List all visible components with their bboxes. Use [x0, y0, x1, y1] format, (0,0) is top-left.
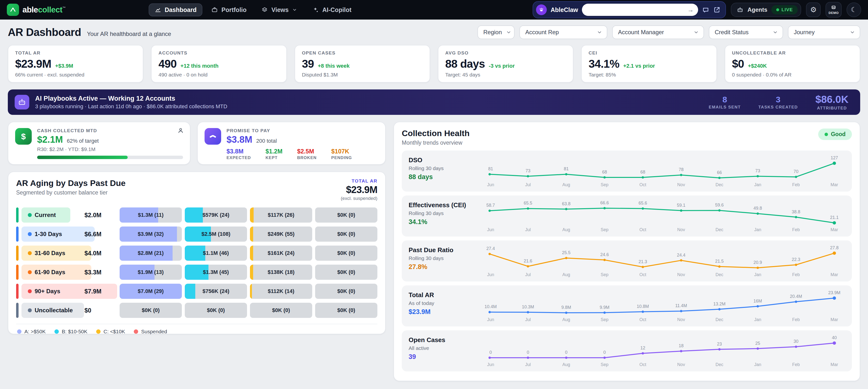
svg-text:Nov: Nov — [677, 317, 685, 322]
aging-segment[interactable]: $3.9M (32) — [120, 226, 182, 242]
aging-segment[interactable]: $138K (18) — [250, 265, 312, 280]
svg-text:Nov: Nov — [677, 182, 685, 187]
svg-text:70: 70 — [794, 169, 799, 174]
aging-segment[interactable]: $249K (55) — [250, 226, 312, 242]
kpi-card-open-cases[interactable]: OPEN CASES 39 +8 this week Disputed $1.3… — [294, 45, 430, 83]
aging-segment[interactable]: $0K (0) — [250, 303, 312, 318]
aging-segment[interactable]: $0K (0) — [120, 303, 182, 318]
external-link-icon[interactable] — [713, 6, 720, 13]
nav-dashboard[interactable]: Dashboard — [149, 3, 203, 17]
aging-segment[interactable]: $112K (14) — [250, 284, 312, 299]
ableclaw-label: AbleClaw — [551, 6, 578, 13]
svg-text:13.2M: 13.2M — [713, 302, 725, 306]
health-chart-total-ar: Total AR As of today $23.9M 10.4MJun10.3… — [402, 285, 852, 327]
aging-segment[interactable]: $0K (0) — [315, 265, 377, 280]
filter-account-rep[interactable]: Account Rep — [520, 25, 607, 39]
aging-segment[interactable]: $1.1M (46) — [185, 246, 247, 261]
stat-value: 3 — [758, 95, 798, 104]
sparkline-svg: 27.4Jun21.6Jul25.5Aug24.6Sep21.3Oct24.4N… — [483, 244, 846, 278]
filter-region[interactable]: Region — [477, 25, 515, 39]
aging-segment[interactable]: $756K (24) — [185, 284, 247, 299]
legend-dot — [134, 329, 138, 334]
nav-label: Portfolio — [221, 6, 247, 13]
nav-views[interactable]: Views — [255, 3, 303, 17]
bucket-total: $6.6M — [85, 231, 101, 238]
aging-segment[interactable]: $2.5M (108) — [185, 226, 247, 242]
chart-info: Past Due Ratio Rolling 30 days 27.8% — [409, 244, 483, 278]
svg-text:81: 81 — [564, 166, 569, 171]
ai-playbooks-banner[interactable]: AI Playbooks Active — Working 12 Account… — [8, 89, 860, 115]
filter-label: Account Manager — [618, 29, 664, 36]
svg-text:Nov: Nov — [677, 272, 685, 277]
aging-segment[interactable]: $579K (24) — [185, 207, 247, 223]
aging-segment[interactable]: $161K (24) — [250, 246, 312, 261]
filter-journey[interactable]: Journey — [788, 25, 860, 39]
bucket-total: $3.3M — [85, 269, 101, 276]
aging-segment[interactable]: $1.9M (13) — [120, 265, 182, 280]
chart-info: DSO Rolling 30 days 88 days — [409, 154, 483, 188]
svg-text:21.5: 21.5 — [715, 259, 724, 263]
dark-mode-toggle[interactable]: ☾ — [846, 2, 861, 17]
aging-segment[interactable]: $0K (0) — [315, 284, 377, 299]
chat-icon[interactable] — [702, 6, 709, 13]
svg-text:66: 66 — [717, 170, 722, 175]
kpi-card-avg-dso[interactable]: AVG DSO 88 days -3 vs prior Target: 45 d… — [438, 45, 574, 83]
kpi-subtext: Disputed $1.3M — [302, 72, 423, 78]
svg-text:Jul: Jul — [525, 362, 531, 367]
aging-segment[interactable]: $117K (26) — [250, 207, 312, 223]
row-segments: $1.3M (11) $579K (24) $117K (26) $0K (0) — [120, 207, 377, 223]
chevron-down-icon — [772, 29, 778, 35]
tier-dot — [28, 289, 32, 293]
kpi-subtext: 0 suspended · 0.0% of AR — [732, 72, 853, 78]
filter-account-manager[interactable]: Account Manager — [612, 25, 704, 39]
demo-label: DEMO — [829, 11, 839, 15]
aging-total-value: $23.9M — [341, 184, 377, 195]
svg-text:9.8M: 9.8M — [561, 305, 571, 310]
kpi-card-total-ar[interactable]: TOTAL AR $23.9M +$3.9M 66% current · exc… — [8, 45, 143, 83]
kpi-card-cei[interactable]: CEI 34.1% +2.1 vs prior Target: 85% — [581, 45, 717, 83]
promise-to-pay-card[interactable]: PROMISE TO PAY $3.8M 200 total $3.8M EXP… — [197, 122, 386, 165]
aging-segment[interactable]: $0K (0) — [315, 303, 377, 318]
aging-segment[interactable]: $2.8M (21) — [120, 246, 182, 261]
svg-text:24.4: 24.4 — [677, 253, 685, 257]
settings-button[interactable]: ⚙ — [806, 2, 820, 17]
svg-text:Oct: Oct — [640, 272, 646, 277]
aging-segment[interactable]: $1.3M (11) — [120, 207, 182, 223]
filter-credit-status[interactable]: Credit Status — [709, 25, 783, 39]
agents-button[interactable]: Agents LIVE — [731, 3, 801, 17]
chart-subtitle: All active — [409, 345, 483, 351]
segment-value: $0K (0) — [315, 226, 377, 242]
aging-segment[interactable]: $1.3M (45) — [185, 265, 247, 280]
segment-value: $0K (0) — [185, 303, 247, 318]
aging-segment[interactable]: $0K (0) — [315, 207, 377, 223]
aging-segment[interactable]: $0K (0) — [185, 303, 247, 318]
nav-ai-copilot[interactable]: AI-Copilot — [306, 3, 357, 17]
svg-text:16M: 16M — [753, 299, 762, 304]
cash-collected-card[interactable]: $ CASH COLLECTED MTD $2.1M 62% of target… — [8, 122, 190, 165]
paw-icon — [536, 4, 547, 15]
brand-logo[interactable]: ablecollect™ — [7, 4, 66, 16]
svg-text:65.5: 65.5 — [524, 201, 532, 205]
svg-text:Aug: Aug — [562, 317, 570, 322]
kpi-card-uncollectable-ar[interactable]: UNCOLLECTABLE AR $0 +$240K 0 suspended ·… — [725, 45, 860, 83]
demo-button[interactable]: DEMO — [826, 2, 842, 18]
aging-segment[interactable]: $0K (0) — [315, 246, 377, 261]
legend-item-c-10k: C: <$10K — [96, 329, 125, 334]
ableclaw-search-input[interactable] — [582, 4, 698, 16]
chevron-down-icon — [506, 29, 512, 35]
svg-text:Jan: Jan — [754, 227, 761, 232]
chart-title: Effectiveness (CEI) — [409, 201, 483, 209]
kpi-card-accounts[interactable]: ACCOUNTS 490 +12 this month 490 active ·… — [151, 45, 286, 83]
aging-segment[interactable]: $0K (0) — [315, 226, 377, 242]
nav-label: Views — [272, 6, 288, 13]
robot-icon — [737, 6, 744, 13]
bucket-total: $2.0M — [85, 212, 101, 219]
svg-text:Jul: Jul — [525, 317, 531, 322]
submit-arrow-icon[interactable]: → — [687, 6, 694, 14]
segment-value: $2.8M (21) — [120, 246, 182, 261]
aging-segment[interactable]: $7.0M (29) — [120, 284, 182, 299]
nav-portfolio[interactable]: Portfolio — [205, 3, 252, 17]
kpi-subtext: 490 active · 0 on hold — [158, 72, 279, 78]
segment-value: $0K (0) — [120, 303, 182, 318]
svg-text:23: 23 — [717, 341, 722, 346]
